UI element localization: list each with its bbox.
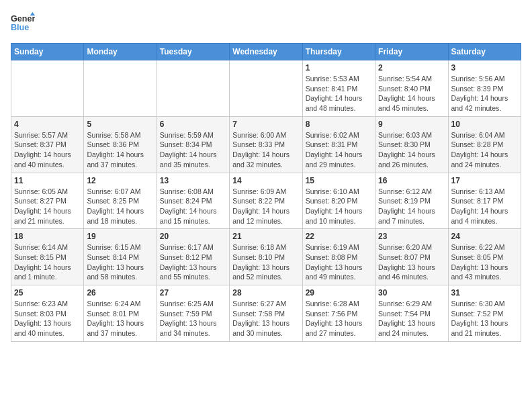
calendar-cell: 21Sunrise: 6:18 AM Sunset: 8:10 PM Dayli… [230,229,302,285]
day-number: 19 [87,232,153,241]
day-number: 24 [451,232,518,241]
weekday-header: Tuesday [157,44,229,60]
day-info: Sunrise: 6:14 AM Sunset: 8:15 PM Dayligh… [14,242,81,282]
day-number: 14 [232,176,299,185]
calendar-cell: 14Sunrise: 6:09 AM Sunset: 8:22 PM Dayli… [230,173,302,229]
day-number: 28 [232,288,299,298]
day-number: 4 [14,120,81,129]
calendar-cell: 26Sunrise: 6:24 AM Sunset: 8:01 PM Dayli… [84,285,157,342]
calendar-cell: 18Sunrise: 6:14 AM Sunset: 8:15 PM Dayli… [11,229,84,285]
day-info: Sunrise: 5:57 AM Sunset: 8:37 PM Dayligh… [14,130,81,170]
calendar-cell: 1Sunrise: 5:53 AM Sunset: 8:41 PM Daylig… [302,60,375,117]
day-info: Sunrise: 6:13 AM Sunset: 8:17 PM Dayligh… [451,187,518,226]
day-info: Sunrise: 6:29 AM Sunset: 7:54 PM Dayligh… [378,299,445,338]
logo-icon: General Blue [11,11,35,35]
calendar-week-row: 18Sunrise: 6:14 AM Sunset: 8:15 PM Dayli… [11,229,521,285]
calendar-cell: 17Sunrise: 6:13 AM Sunset: 8:17 PM Dayli… [448,173,521,229]
calendar-cell: 2Sunrise: 5:54 AM Sunset: 8:40 PM Daylig… [375,60,448,117]
day-info: Sunrise: 6:07 AM Sunset: 8:25 PM Dayligh… [87,187,153,226]
day-info: Sunrise: 6:04 AM Sunset: 8:28 PM Dayligh… [451,130,518,170]
calendar-cell: 30Sunrise: 6:29 AM Sunset: 7:54 PM Dayli… [375,285,448,342]
calendar-cell: 16Sunrise: 6:12 AM Sunset: 8:19 PM Dayli… [375,173,448,229]
day-number: 2 [378,63,445,73]
day-info: Sunrise: 6:18 AM Sunset: 8:10 PM Dayligh… [232,242,299,282]
day-number: 20 [160,232,226,241]
calendar-cell: 12Sunrise: 6:07 AM Sunset: 8:25 PM Dayli… [84,173,157,229]
day-info: Sunrise: 5:54 AM Sunset: 8:40 PM Dayligh… [378,74,445,113]
calendar-cell: 9Sunrise: 6:03 AM Sunset: 8:30 PM Daylig… [375,116,448,173]
day-info: Sunrise: 6:05 AM Sunset: 8:27 PM Dayligh… [14,187,81,226]
day-number: 23 [378,232,445,241]
day-info: Sunrise: 6:09 AM Sunset: 8:22 PM Dayligh… [232,187,299,226]
calendar-cell [84,60,157,117]
logo: General Blue [11,11,35,35]
day-number: 9 [378,120,445,129]
day-number: 15 [306,176,372,185]
day-number: 1 [306,63,372,73]
calendar-cell: 13Sunrise: 6:08 AM Sunset: 8:24 PM Dayli… [157,173,229,229]
day-number: 7 [232,120,299,129]
calendar-week-row: 11Sunrise: 6:05 AM Sunset: 8:27 PM Dayli… [11,173,521,229]
calendar-week-row: 25Sunrise: 6:23 AM Sunset: 8:03 PM Dayli… [11,285,521,342]
day-info: Sunrise: 6:19 AM Sunset: 8:08 PM Dayligh… [306,242,372,282]
calendar-week-row: 4Sunrise: 5:57 AM Sunset: 8:37 PM Daylig… [11,116,521,173]
day-number: 5 [87,120,153,129]
day-info: Sunrise: 6:15 AM Sunset: 8:14 PM Dayligh… [87,242,153,282]
calendar-table: SundayMondayTuesdayWednesdayThursdayFrid… [11,43,521,342]
weekday-header: Saturday [448,44,521,60]
calendar-cell: 11Sunrise: 6:05 AM Sunset: 8:27 PM Dayli… [11,173,84,229]
calendar-cell: 6Sunrise: 5:59 AM Sunset: 8:34 PM Daylig… [157,116,229,173]
day-info: Sunrise: 6:08 AM Sunset: 8:24 PM Dayligh… [160,187,226,226]
day-number: 29 [306,288,372,298]
day-info: Sunrise: 6:27 AM Sunset: 7:58 PM Dayligh… [232,299,299,338]
day-number: 27 [160,288,226,298]
day-info: Sunrise: 6:12 AM Sunset: 8:19 PM Dayligh… [378,187,445,226]
weekday-header: Friday [375,44,448,60]
day-number: 13 [160,176,226,185]
day-info: Sunrise: 5:56 AM Sunset: 8:39 PM Dayligh… [451,74,518,113]
calendar-cell: 29Sunrise: 6:28 AM Sunset: 7:56 PM Dayli… [302,285,375,342]
calendar-week-row: 1Sunrise: 5:53 AM Sunset: 8:41 PM Daylig… [11,60,521,117]
day-number: 26 [87,288,153,298]
calendar-cell: 20Sunrise: 6:17 AM Sunset: 8:12 PM Dayli… [157,229,229,285]
day-info: Sunrise: 6:03 AM Sunset: 8:30 PM Dayligh… [378,130,445,170]
day-info: Sunrise: 6:30 AM Sunset: 7:52 PM Dayligh… [451,299,518,338]
weekday-header: Thursday [302,44,375,60]
weekday-header: Sunday [11,44,84,60]
day-number: 10 [451,120,518,129]
calendar-cell: 25Sunrise: 6:23 AM Sunset: 8:03 PM Dayli… [11,285,84,342]
calendar-cell: 28Sunrise: 6:27 AM Sunset: 7:58 PM Dayli… [230,285,302,342]
day-info: Sunrise: 6:25 AM Sunset: 7:59 PM Dayligh… [160,299,226,338]
calendar-cell: 27Sunrise: 6:25 AM Sunset: 7:59 PM Dayli… [157,285,229,342]
day-number: 30 [378,288,445,298]
calendar-cell: 10Sunrise: 6:04 AM Sunset: 8:28 PM Dayli… [448,116,521,173]
day-info: Sunrise: 6:02 AM Sunset: 8:31 PM Dayligh… [306,130,372,170]
day-info: Sunrise: 6:10 AM Sunset: 8:20 PM Dayligh… [306,187,372,226]
weekday-header: Monday [84,44,157,60]
calendar-cell: 3Sunrise: 5:56 AM Sunset: 8:39 PM Daylig… [448,60,521,117]
day-info: Sunrise: 5:58 AM Sunset: 8:36 PM Dayligh… [87,130,153,170]
day-number: 16 [378,176,445,185]
day-info: Sunrise: 5:53 AM Sunset: 8:41 PM Dayligh… [306,74,372,113]
calendar-cell: 31Sunrise: 6:30 AM Sunset: 7:52 PM Dayli… [448,285,521,342]
day-number: 8 [306,120,372,129]
calendar-cell: 5Sunrise: 5:58 AM Sunset: 8:36 PM Daylig… [84,116,157,173]
day-info: Sunrise: 6:20 AM Sunset: 8:07 PM Dayligh… [378,242,445,282]
day-number: 22 [306,232,372,241]
calendar-cell: 7Sunrise: 6:00 AM Sunset: 8:33 PM Daylig… [230,116,302,173]
calendar-cell [157,60,229,117]
day-info: Sunrise: 5:59 AM Sunset: 8:34 PM Dayligh… [160,130,226,170]
day-info: Sunrise: 6:17 AM Sunset: 8:12 PM Dayligh… [160,242,226,282]
day-info: Sunrise: 6:22 AM Sunset: 8:05 PM Dayligh… [451,242,518,282]
calendar-cell: 4Sunrise: 5:57 AM Sunset: 8:37 PM Daylig… [11,116,84,173]
calendar-cell [11,60,84,117]
calendar-cell: 22Sunrise: 6:19 AM Sunset: 8:08 PM Dayli… [302,229,375,285]
day-info: Sunrise: 6:23 AM Sunset: 8:03 PM Dayligh… [14,299,81,338]
day-number: 31 [451,288,518,298]
day-info: Sunrise: 6:28 AM Sunset: 7:56 PM Dayligh… [306,299,372,338]
calendar-cell: 19Sunrise: 6:15 AM Sunset: 8:14 PM Dayli… [84,229,157,285]
calendar-cell: 8Sunrise: 6:02 AM Sunset: 8:31 PM Daylig… [302,116,375,173]
day-number: 21 [232,232,299,241]
day-info: Sunrise: 6:00 AM Sunset: 8:33 PM Dayligh… [232,130,299,170]
day-number: 6 [160,120,226,129]
